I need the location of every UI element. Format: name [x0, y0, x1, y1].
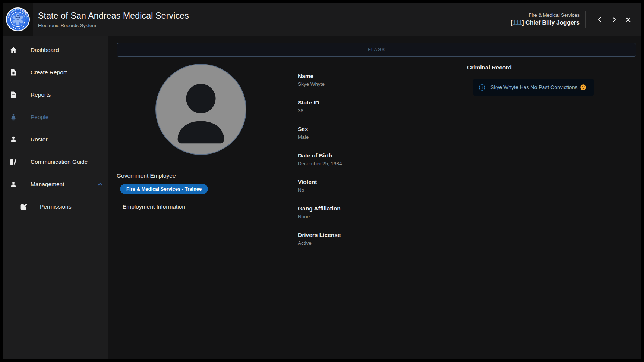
file-plus-icon: [9, 68, 18, 77]
sidebar-item-label: People: [31, 114, 48, 121]
field-value: None: [298, 214, 432, 219]
field-value: Active: [298, 240, 432, 246]
sidebar-item-label: Permissions: [40, 203, 71, 210]
sidebar-item-label: Roster: [31, 136, 48, 143]
flags-section-header[interactable]: FLAGS: [117, 43, 636, 57]
chevron-left-icon: [596, 16, 603, 23]
sidebar-item-label: Management: [31, 181, 64, 188]
sidebar-item-reports[interactable]: Reports: [3, 84, 108, 106]
field-label: Gang Affiliation: [298, 205, 432, 212]
back-button[interactable]: [594, 14, 605, 25]
field-value: Male: [298, 134, 432, 140]
sidebar-item-communication-guide[interactable]: Communication Guide: [3, 151, 108, 173]
sidebar: Dashboard Create Report: [3, 36, 108, 359]
field-value: 38: [298, 108, 432, 113]
sidebar-item-roster[interactable]: Roster: [3, 128, 108, 151]
header-divider: [585, 11, 586, 28]
main-content: FLAGS Government Employee Fire & Medical…: [108, 36, 641, 359]
field-violent: Violent No: [298, 179, 432, 193]
no-convictions-notice: Skye Whyte Has No Past Convictions: [473, 79, 594, 96]
field-state-id: State ID 38: [298, 99, 432, 113]
field-date-of-birth: Date of Birth December 25, 1984: [298, 152, 432, 166]
chevron-up-icon: [97, 181, 103, 188]
smiling-face-emoji-icon: [580, 84, 587, 91]
app-title-block: State of San Andreas Medical Services El…: [38, 11, 189, 28]
sidebar-item-dashboard[interactable]: Dashboard: [3, 39, 108, 61]
forward-button[interactable]: [608, 14, 619, 25]
person-icon: [9, 113, 18, 121]
user-icon: [9, 135, 18, 144]
employment-information-label: Employment Information: [123, 203, 185, 210]
field-label: Name: [298, 73, 432, 79]
field-value: December 25, 1984: [298, 161, 432, 166]
field-label: Violent: [298, 179, 432, 185]
agency-seal-logo: SAN ANDREAS MEDICAL SERVICES: [3, 3, 33, 36]
profile-fields: Name Skye Whyte State ID 38 Sex Male Dat…: [298, 73, 432, 258]
field-sex: Sex Male: [298, 126, 432, 140]
sidebar-item-label: Reports: [31, 91, 51, 98]
no-convictions-text: Skye Whyte Has No Past Convictions: [490, 84, 577, 90]
medical-services-seal-icon: SAN ANDREAS MEDICAL SERVICES: [6, 7, 30, 32]
sidebar-item-permissions[interactable]: Permissions: [3, 196, 108, 218]
close-button[interactable]: [622, 14, 634, 25]
close-icon: [625, 16, 632, 23]
person-silhouette-icon: [156, 65, 246, 154]
sidebar-item-management[interactable]: Management: [3, 173, 108, 196]
field-value: No: [298, 187, 432, 193]
field-label: Drivers License: [298, 232, 432, 238]
employee-role-badge: Fire & Medical Services - Trainee: [120, 184, 208, 194]
user-cap-icon: [9, 180, 18, 188]
books-icon: [9, 158, 18, 166]
chevron-right-icon: [610, 16, 618, 23]
field-gang-affiliation: Gang Affiliation None: [298, 205, 432, 219]
current-user-block: Fire & Medical Services [111] Chief Bill…: [511, 12, 580, 26]
pen-square-icon: [20, 203, 28, 211]
info-icon: [479, 84, 486, 91]
header-bar: SAN ANDREAS MEDICAL SERVICES State of Sa…: [3, 3, 641, 36]
field-label: State ID: [298, 99, 432, 106]
user-name: Chief Billy Joggers: [524, 19, 580, 26]
header-right: Fire & Medical Services [111] Chief Bill…: [511, 11, 641, 28]
user-department: Fire & Medical Services: [511, 12, 580, 19]
field-label: Date of Birth: [298, 152, 432, 159]
criminal-record-title: Criminal Record: [467, 64, 512, 71]
field-value: Skye Whyte: [298, 81, 432, 87]
user-name-line: [111] Chief Billy Joggers: [511, 19, 580, 27]
sidebar-item-label: Dashboard: [31, 47, 59, 53]
sidebar-item-people[interactable]: People: [3, 106, 108, 128]
page-title: State of San Andreas Medical Services: [38, 11, 189, 21]
file-lines-icon: [9, 91, 18, 99]
user-callsign: 111: [512, 19, 522, 26]
avatar: [155, 64, 246, 155]
government-employee-label: Government Employee: [117, 172, 176, 179]
app-window: SAN ANDREAS MEDICAL SERVICES State of Sa…: [3, 3, 641, 359]
field-drivers-license: Drivers License Active: [298, 232, 432, 246]
field-label: Sex: [298, 126, 432, 132]
field-name: Name Skye Whyte: [298, 73, 432, 87]
home-icon: [9, 46, 18, 54]
sidebar-item-label: Communication Guide: [31, 159, 88, 165]
page-subtitle: Electronic Records System: [38, 23, 189, 28]
sidebar-item-label: Create Report: [31, 69, 67, 76]
sidebar-item-create-report[interactable]: Create Report: [3, 61, 108, 84]
